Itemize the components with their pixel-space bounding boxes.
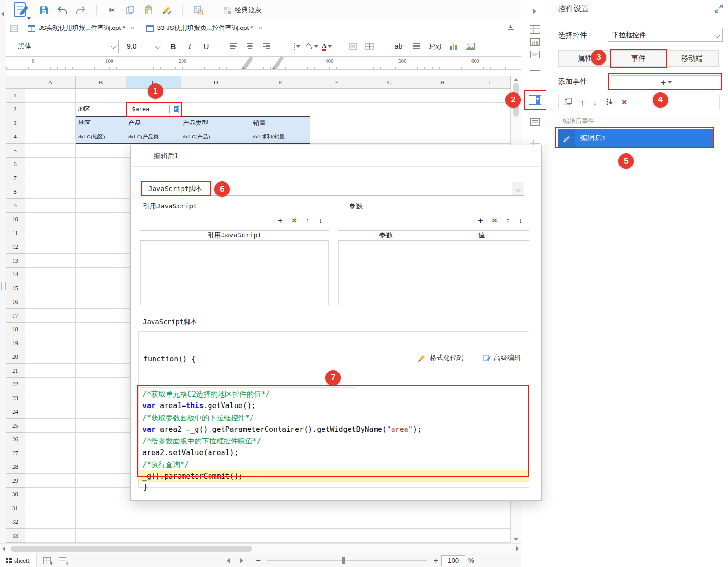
grid-cell-A32[interactable] — [25, 515, 76, 529]
row-header-6[interactable]: 6 — [6, 158, 25, 172]
fill-color-dropdown[interactable] — [304, 42, 318, 50]
grid-cell-B16[interactable] — [76, 295, 126, 309]
grid-cell-I31[interactable] — [469, 501, 511, 515]
row-header-5[interactable]: 5 — [6, 144, 25, 158]
grid-cell-B15[interactable] — [76, 281, 126, 295]
font-color-dropdown[interactable]: A — [322, 42, 332, 51]
zoom-out-button[interactable]: − — [256, 556, 261, 566]
grid-cell-A16[interactable] — [25, 295, 76, 309]
move-down-button[interactable]: ↓ — [593, 98, 597, 107]
cut-button[interactable]: ✂ — [106, 4, 118, 16]
grid-cell-A15[interactable] — [25, 281, 76, 295]
grid-cell-E1[interactable] — [251, 89, 310, 103]
grid-cell-G1[interactable] — [363, 89, 416, 103]
column-header-C[interactable]: C — [126, 76, 181, 89]
grid-cell-I1[interactable] — [469, 89, 511, 103]
font-family-select[interactable]: 黑体 — [14, 40, 119, 53]
row-header-8[interactable]: 8 — [6, 185, 25, 199]
grid-cell-A25[interactable] — [25, 419, 76, 433]
row-header-18[interactable]: 18 — [6, 323, 25, 337]
grid-cell-B22[interactable] — [76, 378, 126, 392]
move-down-button[interactable]: ↓ — [518, 216, 522, 225]
grid-cell-A24[interactable] — [25, 405, 76, 419]
params-list[interactable] — [338, 241, 529, 305]
text-widget-button[interactable]: ab — [391, 40, 406, 53]
zoom-slider[interactable] — [267, 560, 427, 561]
grid-cell-B26[interactable] — [76, 433, 126, 447]
grid-cell-B18[interactable] — [76, 323, 126, 337]
grid-cell-F32[interactable] — [310, 515, 363, 529]
row-header-22[interactable]: 22 — [6, 378, 25, 392]
bold-button[interactable]: B — [167, 40, 180, 53]
grid-cell-B25[interactable] — [76, 419, 126, 433]
grid-cell-B31[interactable] — [76, 501, 126, 515]
grid-cell-H2[interactable] — [416, 103, 469, 117]
grid-cell-E4[interactable]: ds1.求和(销量 — [251, 130, 310, 144]
merge-cells-button[interactable] — [347, 40, 359, 53]
grid-cell-B8[interactable] — [76, 185, 126, 199]
grid-cell-B29[interactable] — [76, 474, 126, 488]
grid-cell-D3[interactable]: 产品类型 — [181, 116, 251, 130]
insert-chart-button[interactable] — [448, 40, 460, 53]
grid-cell-E2[interactable] — [251, 103, 310, 117]
shape-widget-icon[interactable] — [521, 68, 548, 82]
grid-cell-B13[interactable] — [76, 254, 126, 268]
grid-cell-C3[interactable]: 产品 — [126, 116, 181, 130]
dropdown-button[interactable] — [512, 182, 524, 195]
grid-cell-G3[interactable] — [363, 116, 416, 130]
scroll-down-icon[interactable] — [512, 538, 520, 541]
row-header-2[interactable]: 2 — [6, 103, 25, 117]
grid-cell-A20[interactable] — [25, 350, 76, 364]
grid-cell-C1[interactable] — [126, 89, 181, 103]
add-ref-js-button[interactable]: + — [278, 216, 283, 225]
row-header-19[interactable]: 19 — [6, 336, 25, 350]
grid-cell-A33[interactable] — [25, 529, 76, 543]
grid-cell-B4[interactable]: ds1.G(地区) — [76, 130, 126, 144]
format-painter-button[interactable] — [161, 4, 173, 16]
insert-grid-sheet-button[interactable]: + — [43, 557, 52, 565]
row-header-12[interactable]: 12 — [6, 240, 25, 254]
row-header-21[interactable]: 21 — [6, 364, 25, 378]
collapse-left-icon[interactable] — [1, 12, 4, 16]
grid-cell-A27[interactable] — [25, 446, 76, 460]
tab-properties[interactable]: 属性 — [558, 50, 612, 67]
grid-cell-A17[interactable] — [25, 309, 76, 323]
tab-dock-icon[interactable] — [507, 24, 515, 32]
grid-cell-G2[interactable] — [363, 103, 416, 117]
move-up-button[interactable]: ↑ — [506, 216, 510, 225]
grid-cell-E33[interactable] — [251, 529, 310, 543]
grid-cell-B27[interactable] — [76, 446, 126, 460]
delete-event-button[interactable]: × — [622, 98, 627, 107]
zoom-in-button[interactable]: + — [434, 556, 438, 566]
grid-cell-G32[interactable] — [363, 515, 416, 529]
paste-button[interactable] — [142, 4, 155, 16]
grid-cell-A1[interactable] — [25, 89, 76, 103]
copy-button[interactable] — [124, 4, 137, 16]
align-center-button[interactable] — [244, 40, 256, 53]
grid-cell-A18[interactable] — [25, 323, 76, 337]
grid-cell-B17[interactable] — [76, 309, 126, 323]
vertical-scroll-thumb[interactable] — [513, 83, 519, 117]
add-param-button[interactable]: + — [478, 216, 483, 225]
grid-cell-B30[interactable] — [76, 488, 126, 502]
delete-ref-js-button[interactable]: × — [292, 216, 297, 225]
italic-button[interactable]: I — [183, 40, 196, 53]
grid-cell-D2[interactable] — [181, 103, 251, 117]
list-widget-icon[interactable] — [521, 115, 548, 129]
row-header-17[interactable]: 17 — [6, 309, 25, 323]
row-header-16[interactable]: 16 — [6, 295, 25, 309]
grid-cell-B9[interactable] — [76, 199, 126, 213]
combobox-widget-icon[interactable] — [521, 93, 548, 107]
grid-cell-F4[interactable] — [310, 130, 363, 144]
undo-button[interactable] — [56, 4, 69, 16]
grid-cell-B32[interactable] — [76, 515, 126, 529]
grid-cell-A7[interactable] — [25, 171, 76, 185]
zoom-value-input[interactable]: 100 — [441, 555, 465, 566]
row-header-33[interactable]: 33 — [6, 529, 25, 543]
grid-cell-E32[interactable] — [251, 515, 310, 529]
grid-cell-D33[interactable] — [181, 529, 251, 543]
scroll-right-icon[interactable] — [514, 546, 521, 551]
tab-document-2[interactable]: 33-JS使用填报页...控件查询.cpt *× — [140, 20, 268, 36]
column-header-I[interactable]: I — [469, 76, 511, 89]
grid-cell-A23[interactable] — [25, 391, 76, 405]
